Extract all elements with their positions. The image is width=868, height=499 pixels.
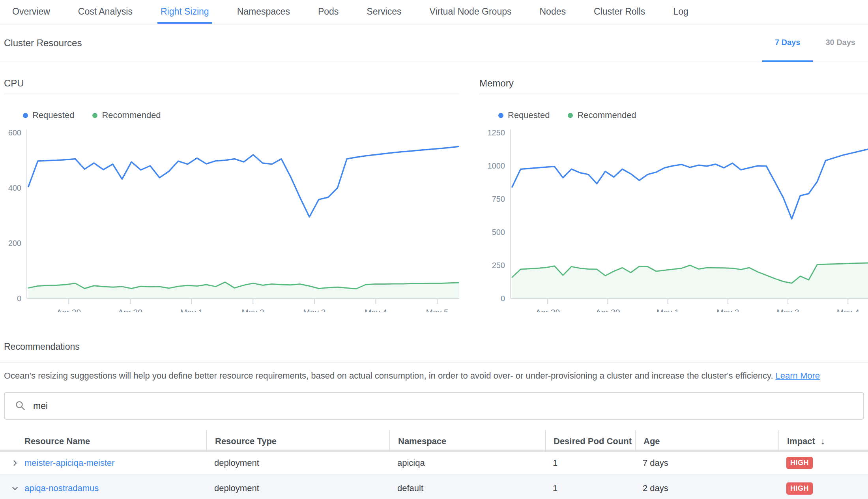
tab-cost-analysis[interactable]: Cost Analysis (75, 0, 136, 24)
age-cell: 2 days (635, 483, 778, 493)
learn-more-link[interactable]: Learn More (776, 371, 820, 381)
col-resource-name: Resource Name (0, 430, 206, 452)
resource-name-cell: meister-apiciqa-meister (0, 458, 206, 468)
chevron-down-icon[interactable] (11, 484, 19, 492)
legend-item-recommended: Recommended (568, 110, 636, 120)
resource-type-cell: deployment (206, 483, 389, 493)
legend-label: Requested (32, 110, 74, 120)
description-text: Ocean's resizing suggestions will help y… (4, 371, 773, 381)
tab-nodes[interactable]: Nodes (537, 0, 569, 24)
legend-item-recommended: Recommended (92, 110, 161, 120)
svg-text:0: 0 (501, 294, 505, 303)
resource-name-link[interactable]: apiqa-nostradamus (24, 483, 99, 493)
memory-panel: Memory Requested Recommended 02505007501… (479, 78, 868, 312)
svg-text:Apr 30: Apr 30 (595, 308, 620, 312)
recommended-dot-icon (92, 113, 97, 118)
chevron-right-icon[interactable] (11, 459, 19, 467)
svg-text:0: 0 (17, 294, 21, 303)
svg-text:May 1: May 1 (180, 308, 203, 312)
tab-pods[interactable]: Pods (315, 0, 342, 24)
svg-text:750: 750 (492, 195, 505, 203)
search-icon (15, 400, 26, 411)
charts-row: CPU Requested Recommended 0200400600Apr … (4, 78, 868, 312)
memory-legend: Requested Recommended (498, 110, 868, 120)
svg-text:1000: 1000 (488, 161, 505, 170)
cpu-panel: CPU Requested Recommended 0200400600Apr … (4, 78, 459, 312)
requested-dot-icon (498, 113, 503, 118)
search-input[interactable] (33, 401, 863, 411)
recommendations-description: Ocean's resizing suggestions will help y… (4, 371, 868, 381)
cpu-chart-title: CPU (4, 78, 459, 94)
recommended-dot-icon (568, 113, 573, 118)
memory-chart: 025050075010001250Apr 29Apr 30May 1May 2… (479, 127, 868, 312)
range-tabs: 7 Days30 Days (762, 24, 868, 62)
col-desired-pod-count: Desired Pod Count (545, 430, 635, 452)
tab-namespaces[interactable]: Namespaces (234, 0, 293, 24)
legend-label: Recommended (577, 110, 636, 120)
cpu-legend: Requested Recommended (23, 110, 459, 120)
search-box[interactable] (4, 392, 864, 420)
legend-item-requested: Requested (23, 110, 74, 120)
recommendations-title: Recommendations (4, 341, 868, 352)
table-row[interactable]: meister-apiciqa-meisterdeploymentapiciqa… (0, 452, 868, 475)
desired-pod-count-cell: 1 (545, 483, 635, 493)
tab-right-sizing[interactable]: Right Sizing (157, 0, 212, 24)
svg-text:May 1: May 1 (657, 308, 679, 312)
impact-cell: HIGH (778, 482, 868, 495)
svg-text:Apr 29: Apr 29 (56, 308, 81, 312)
svg-text:May 4: May 4 (365, 308, 387, 312)
svg-text:1250: 1250 (488, 128, 505, 137)
cluster-resources-header: Cluster Resources 7 Days30 Days (0, 24, 868, 62)
col-impact: Impact ↓ (778, 430, 868, 452)
col-namespace: Namespace (389, 430, 545, 452)
age-cell: 7 days (635, 458, 778, 468)
page-title: Cluster Resources (4, 38, 82, 49)
top-nav: OverviewCost AnalysisRight SizingNamespa… (0, 0, 868, 24)
legend-label: Requested (508, 110, 550, 120)
svg-text:May 3: May 3 (303, 308, 326, 312)
requested-dot-icon (23, 113, 28, 118)
namespace-cell: apiciqa (389, 458, 545, 468)
svg-text:May 5: May 5 (426, 308, 449, 312)
resource-type-cell: deployment (206, 458, 389, 468)
svg-text:May 2: May 2 (716, 308, 739, 312)
sort-desc-icon[interactable]: ↓ (821, 436, 825, 446)
impact-badge: HIGH (786, 482, 813, 495)
legend-label: Recommended (102, 110, 161, 120)
recommendations-header: Recommendations (0, 341, 868, 363)
resource-name-link[interactable]: meister-apiciqa-meister (24, 458, 115, 468)
tab-overview[interactable]: Overview (9, 0, 53, 24)
desired-pod-count-cell: 1 (545, 458, 635, 468)
tab-log[interactable]: Log (670, 0, 691, 24)
cpu-chart: 0200400600Apr 29Apr 30May 1May 2May 3May… (4, 127, 459, 312)
table-row[interactable]: apiqa-nostradamusdeploymentdefault12 day… (0, 475, 868, 499)
tab-cluster-rolls[interactable]: Cluster Rolls (591, 0, 648, 24)
svg-text:May 2: May 2 (242, 308, 264, 312)
table-header: Resource Name Resource Type Namespace De… (0, 430, 868, 452)
memory-chart-title: Memory (479, 78, 868, 94)
svg-text:500: 500 (492, 228, 505, 236)
impact-badge: HIGH (786, 457, 813, 469)
range-tab-7-days[interactable]: 7 Days (762, 24, 813, 62)
namespace-cell: default (389, 483, 545, 493)
svg-text:Apr 29: Apr 29 (535, 308, 560, 312)
resource-name-cell: apiqa-nostradamus (0, 483, 206, 493)
svg-text:May 3: May 3 (776, 308, 799, 312)
svg-text:400: 400 (8, 184, 21, 192)
svg-text:May 4: May 4 (837, 308, 860, 312)
recommendations-table: Resource Name Resource Type Namespace De… (0, 430, 868, 499)
svg-text:250: 250 (492, 261, 505, 270)
svg-text:Apr 30: Apr 30 (118, 308, 142, 312)
legend-item-requested: Requested (498, 110, 550, 120)
svg-text:600: 600 (8, 128, 21, 137)
table-body: meister-apiciqa-meisterdeploymentapiciqa… (0, 452, 868, 499)
range-tab-30-days[interactable]: 30 Days (813, 24, 868, 62)
tab-services[interactable]: Services (363, 0, 404, 24)
tab-virtual-node-groups[interactable]: Virtual Node Groups (427, 0, 515, 24)
svg-text:200: 200 (8, 239, 21, 248)
col-resource-type: Resource Type (206, 430, 389, 452)
impact-cell: HIGH (778, 457, 868, 469)
col-age: Age (635, 430, 778, 452)
